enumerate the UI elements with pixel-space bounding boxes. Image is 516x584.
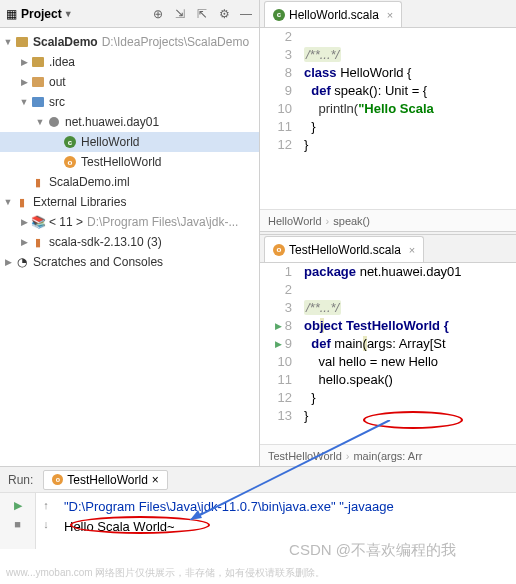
tree-ext-libs[interactable]: ▼ ▮ External Libraries <box>0 192 259 212</box>
folder-icon <box>30 74 46 90</box>
tree-label: ScalaDemo <box>33 35 98 49</box>
expand-icon[interactable]: ⇲ <box>173 7 187 21</box>
code-content[interactable]: /**...*/ class HelloWorld { def speak():… <box>300 28 516 209</box>
tree-label: net.huawei.day01 <box>65 115 159 129</box>
scala-object-icon: o <box>273 244 285 256</box>
editor-area: c HelloWorld.scala × 2 3 8 9 10 11 12 /*… <box>260 0 516 466</box>
editor-tabs-bottom: o TestHelloWorld.scala × <box>260 235 516 263</box>
chevron-right-icon[interactable]: ▶ <box>2 257 14 267</box>
tree-helloworld[interactable]: c HelloWorld <box>0 132 259 152</box>
project-panel-title: Project <box>21 7 62 21</box>
project-tool-window: ▦ Project ▼ ⊕ ⇲ ⇱ ⚙ — ▼ ScalaDemo D:\Ide… <box>0 0 260 466</box>
tree-label: src <box>49 95 65 109</box>
chevron-down-icon[interactable]: ▼ <box>18 97 30 107</box>
tab-testhelloworld[interactable]: o TestHelloWorld.scala × <box>264 236 424 262</box>
breadcrumb-item[interactable]: HelloWorld <box>268 215 322 227</box>
run-tab[interactable]: o TestHelloWorld × <box>43 470 168 490</box>
run-header: Run: o TestHelloWorld × <box>0 467 516 493</box>
sdk-icon: ▮ <box>30 234 46 250</box>
tree-testhelloworld[interactable]: o TestHelloWorld <box>0 152 259 172</box>
footer-note: www...ymoban.com 网络图片仅供展示，非存储，如有侵权请联系删除。 <box>6 566 325 580</box>
project-icon: ▦ <box>6 7 17 21</box>
tree-label: .idea <box>49 55 75 69</box>
tree-iml[interactable]: ▮ ScalaDemo.iml <box>0 172 259 192</box>
chevron-right-icon: › <box>346 450 350 462</box>
tree-jdk[interactable]: ▶ 📚 < 11 > D:\Program Files\Java\jdk-... <box>0 212 259 232</box>
breadcrumb-item[interactable]: TestHelloWorld <box>268 450 342 462</box>
src-folder-icon <box>30 94 46 110</box>
tree-path: D:\IdeaProjects\ScalaDemo <box>102 35 249 49</box>
chevron-right-icon[interactable]: ▶ <box>18 57 30 67</box>
scala-object-icon: o <box>52 474 63 485</box>
scala-class-icon: c <box>62 134 78 150</box>
breadcrumb-bottom[interactable]: TestHelloWorld › main(args: Arr <box>260 444 516 466</box>
tree-label: TestHelloWorld <box>81 155 161 169</box>
tree-idea[interactable]: ▶ .idea <box>0 52 259 72</box>
console-output[interactable]: "D:\Program Files\Java\jdk-11.0.7\bin\ja… <box>56 493 516 549</box>
run-gutter-icon[interactable]: ▶ <box>275 317 282 335</box>
tree-path: D:\Program Files\Java\jdk-... <box>87 215 238 229</box>
gear-icon[interactable]: ⚙ <box>217 7 231 21</box>
chevron-right-icon[interactable]: ▶ <box>18 237 30 247</box>
chevron-right-icon: › <box>326 215 330 227</box>
tree-label: HelloWorld <box>81 135 139 149</box>
tree-src[interactable]: ▼ src <box>0 92 259 112</box>
project-root-icon <box>14 34 30 50</box>
gutter: 2 3 8 9 10 11 12 <box>260 28 300 209</box>
iml-icon: ▮ <box>30 174 46 190</box>
down-button[interactable]: ↓ <box>38 516 54 532</box>
console-stdout: Hello Scala World~ <box>64 517 508 537</box>
tab-helloworld[interactable]: c HelloWorld.scala × <box>264 1 402 27</box>
package-icon <box>46 114 62 130</box>
breadcrumb-item[interactable]: main(args: Arr <box>353 450 422 462</box>
hide-icon[interactable]: — <box>239 7 253 21</box>
breadcrumb-top[interactable]: HelloWorld › speak() <box>260 209 516 231</box>
tree-label: ScalaDemo.iml <box>49 175 130 189</box>
tab-label: TestHelloWorld.scala <box>289 243 401 257</box>
run-gutter-icon[interactable]: ▶ <box>275 335 282 353</box>
chevron-right-icon[interactable]: ▶ <box>18 77 30 87</box>
project-tree: ▼ ScalaDemo D:\IdeaProjects\ScalaDemo ▶ … <box>0 28 259 276</box>
tree-label: out <box>49 75 66 89</box>
close-icon[interactable]: × <box>409 244 415 256</box>
rerun-button[interactable]: ▶ <box>10 497 26 513</box>
chevron-down-icon[interactable]: ▼ <box>34 117 46 127</box>
chevron-down-icon[interactable]: ▼ <box>2 37 14 47</box>
project-panel-header: ▦ Project ▼ ⊕ ⇲ ⇱ ⚙ — <box>0 0 259 28</box>
chevron-right-icon[interactable]: ▶ <box>18 217 30 227</box>
tab-label: HelloWorld.scala <box>289 8 379 22</box>
tree-label: External Libraries <box>33 195 126 209</box>
tree-label: Scratches and Consoles <box>33 255 163 269</box>
tree-scala-sdk[interactable]: ▶ ▮ scala-sdk-2.13.10 (3) <box>0 232 259 252</box>
folder-icon <box>30 54 46 70</box>
close-icon[interactable]: × <box>387 9 393 21</box>
close-icon[interactable]: × <box>152 473 159 487</box>
collapse-icon[interactable]: ⇱ <box>195 7 209 21</box>
tree-out[interactable]: ▶ out <box>0 72 259 92</box>
tree-label: scala-sdk-2.13.10 (3) <box>49 235 162 249</box>
scala-class-icon: c <box>273 9 285 21</box>
console-cmd: "D:\Program Files\Java\jdk-11.0.7\bin\ja… <box>64 497 508 517</box>
editor-tabs-top: c HelloWorld.scala × <box>260 0 516 28</box>
run-tab-label: TestHelloWorld <box>67 473 147 487</box>
code-content[interactable]: package net.huawei.day01 /**...*/ object… <box>300 263 516 444</box>
dropdown-icon[interactable]: ▼ <box>64 9 73 19</box>
chevron-down-icon[interactable]: ▼ <box>2 197 14 207</box>
code-editor-bottom[interactable]: 1 2 3 ▶8 ▶9 10 11 12 13 package net.huaw… <box>260 263 516 444</box>
target-icon[interactable]: ⊕ <box>151 7 165 21</box>
tree-package[interactable]: ▼ net.huawei.day01 <box>0 112 259 132</box>
stop-button[interactable]: ■ <box>10 516 26 532</box>
tree-scratches[interactable]: ▶ ◔ Scratches and Consoles <box>0 252 259 272</box>
libraries-icon: ▮ <box>14 194 30 210</box>
run-tool-window: Run: o TestHelloWorld × ▶ ■ ↑ ↓ "D:\Prog… <box>0 466 516 549</box>
run-controls: ▶ ■ <box>0 493 36 549</box>
gutter: 1 2 3 ▶8 ▶9 10 11 12 13 <box>260 263 300 444</box>
tree-root[interactable]: ▼ ScalaDemo D:\IdeaProjects\ScalaDemo <box>0 32 259 52</box>
code-editor-top[interactable]: 2 3 8 9 10 11 12 /**...*/ class HelloWor… <box>260 28 516 209</box>
breadcrumb-item[interactable]: speak() <box>333 215 370 227</box>
scala-object-icon: o <box>62 154 78 170</box>
tree-label: < 11 > <box>49 215 83 229</box>
scratches-icon: ◔ <box>14 254 30 270</box>
up-button[interactable]: ↑ <box>38 497 54 513</box>
jdk-icon: 📚 <box>30 214 46 230</box>
